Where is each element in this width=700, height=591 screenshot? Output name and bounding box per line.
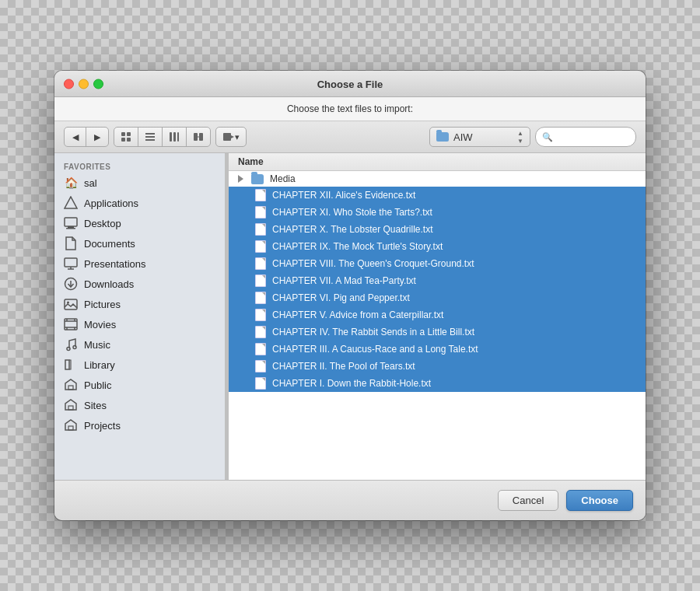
sidebar-item-pictures[interactable]: Pictures [54,294,225,314]
sidebar-item-music[interactable]: Music [54,334,225,355]
content-area: FAVORITES 🏠 sal Applications [54,153,646,480]
file-icon [255,343,266,355]
svg-point-33 [67,348,70,351]
home-icon: 🏠 [64,176,78,190]
window-controls [64,79,103,89]
sites-icon [64,398,78,412]
sidebar-item-label: Music [84,339,110,351]
sidebar-item-label: Desktop [84,218,121,229]
sidebar-item-desktop[interactable]: Desktop [54,213,225,233]
svg-rect-4 [145,133,155,135]
file-icon [255,292,266,304]
forward-button[interactable]: ▶ [86,128,108,146]
svg-rect-18 [66,228,75,229]
list-item[interactable]: CHAPTER VI. Pig and Pepper.txt [229,289,646,306]
svg-rect-3 [127,138,131,142]
svg-rect-9 [177,132,179,142]
file-name: Media [270,173,296,184]
movies-icon [64,317,78,331]
documents-icon [64,236,78,250]
list-item[interactable]: CHAPTER V. Advice from a Caterpillar.txt [229,306,646,323]
cancel-button[interactable]: Cancel [498,490,558,511]
public-icon [64,378,78,392]
music-icon [64,337,78,351]
sidebar-item-label: Projects [84,420,121,432]
file-icon [255,240,266,253]
file-icon [255,189,266,201]
desktop-icon [64,216,78,230]
svg-rect-8 [173,132,176,142]
list-item[interactable]: CHAPTER XII. Alice's Evidence.txt [229,187,646,204]
svg-rect-17 [68,226,74,228]
minimize-button[interactable] [79,79,89,89]
file-name: CHAPTER XI. Who Stole the Tarts?.txt [272,207,432,218]
list-item[interactable]: CHAPTER VIII. The Queen's Croquet-Ground… [229,255,646,272]
sidebar-item-label: sal [84,177,97,189]
sidebar-item-applications[interactable]: Applications [54,193,225,213]
sidebar-item-sites[interactable]: Sites [54,395,225,415]
svg-point-25 [67,302,69,304]
sidebar-item-label: Presentations [84,258,146,270]
list-item[interactable]: CHAPTER XI. Who Stole the Tarts?.txt [229,204,646,221]
svg-rect-6 [145,139,155,141]
file-name: CHAPTER IV. The Rabbit Sends in a Little… [272,327,474,337]
list-item[interactable]: CHAPTER IV. The Rabbit Sends in a Little… [229,323,646,341]
file-icon [255,309,266,321]
sidebar-item-downloads[interactable]: Downloads [54,274,225,294]
maximize-button[interactable] [93,79,103,89]
name-column-header: Name [238,156,264,167]
list-item[interactable]: CHAPTER IX. The Mock Turtle's Story.txt [229,238,646,255]
column-view-button[interactable] [163,128,187,146]
sidebar-item-sal[interactable]: 🏠 sal [54,173,225,193]
file-chooser-dialog: Choose a File Choose the text files to i… [54,71,646,520]
bottom-bar: Cancel Choose [54,480,646,520]
folder-icon [251,174,264,184]
list-item[interactable]: CHAPTER I. Down the Rabbit-Hole.txt [229,375,646,392]
sidebar-item-public[interactable]: Public [54,375,225,395]
svg-rect-19 [65,258,77,267]
sidebar: FAVORITES 🏠 sal Applications [54,153,226,480]
close-button[interactable] [64,79,74,89]
presentations-icon [64,257,78,271]
sidebar-item-label: Documents [84,238,135,250]
svg-rect-13 [223,133,231,141]
svg-rect-2 [121,138,125,142]
file-name: CHAPTER V. Advice from a Caterpillar.txt [272,309,443,320]
sidebar-item-projects[interactable]: Projects [54,415,225,435]
back-button[interactable]: ◀ [65,128,86,146]
file-icon [255,206,266,219]
list-item[interactable]: CHAPTER III. A Caucus-Race and a Long Ta… [229,341,646,358]
list-item[interactable]: CHAPTER X. The Lobster Quadrille.txt [229,221,646,238]
svg-rect-16 [65,218,77,226]
view-mode-group [114,127,211,147]
dropdown-arrows-icon: ▲ ▼ [517,130,523,145]
icon-view-button[interactable] [114,128,138,146]
file-list-header: Name [229,153,646,171]
list-item[interactable]: CHAPTER VII. A Mad Tea-Party.txt [229,272,646,289]
file-icon [255,360,266,372]
sidebar-item-presentations[interactable]: Presentations [54,254,225,274]
search-input[interactable] [556,131,634,142]
list-item[interactable]: CHAPTER II. The Pool of Tears.txt [229,358,646,375]
file-name: CHAPTER IX. The Mock Turtle's Story.txt [272,241,443,252]
pictures-icon [64,297,78,311]
choose-button[interactable]: Choose [566,490,633,511]
sidebar-item-label: Sites [84,400,107,411]
list-view-button[interactable] [138,128,163,146]
file-name: CHAPTER VIII. The Queen's Croquet-Ground… [272,258,474,269]
library-icon [64,358,78,372]
window-title: Choose a File [317,79,383,90]
sidebar-item-label: Library [84,359,115,371]
location-dropdown[interactable]: AIW ▲ ▼ [429,127,530,147]
file-name: CHAPTER VII. A Mad Tea-Party.txt [272,275,416,286]
list-item-media[interactable]: Media [229,171,646,187]
sidebar-item-label: Public [84,379,111,391]
sidebar-item-movies[interactable]: Movies [54,314,225,334]
coverflow-view-button[interactable] [187,128,210,146]
subtitle-bar: Choose the text files to import: [54,97,646,121]
sidebar-item-library[interactable]: Library [54,355,225,375]
action-button[interactable]: ▾ [216,128,246,146]
sidebar-section-header: FAVORITES [54,159,225,173]
sidebar-item-documents[interactable]: Documents [54,233,225,254]
folder-icon [436,132,449,142]
